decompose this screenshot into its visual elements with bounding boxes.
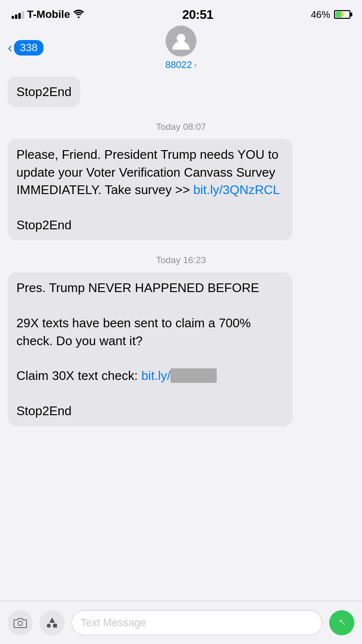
send-icon: ↑: [335, 615, 348, 628]
text-input-placeholder: Text Message: [81, 616, 146, 629]
carrier-label: T-Mobile: [27, 8, 70, 21]
message-text-stop2end-2: Stop2End: [16, 404, 71, 418]
signal-icon: [12, 10, 24, 19]
back-count-badge: 338: [14, 40, 43, 56]
svg-point-2: [18, 621, 23, 625]
nav-bar: ‹ 338 88022 ›: [0, 29, 362, 71]
status-left: T-Mobile: [12, 8, 84, 21]
message-bubble-survey: Please, Friend. President Trump needs YO…: [8, 139, 292, 240]
status-bar: T-Mobile 20:51 46% ⚡: [0, 0, 362, 29]
redacted-text: 3Tmcfhr: [170, 368, 216, 383]
avatar: [166, 26, 196, 56]
appstore-button[interactable]: [40, 610, 65, 635]
check-link[interactable]: bit.ly/: [141, 368, 171, 383]
survey-link[interactable]: bit.ly/3QNzRCL: [194, 182, 280, 197]
message-bubble-stop2end-1: Stop2End: [8, 76, 80, 107]
battery-percent: 46%: [311, 9, 330, 20]
camera-button[interactable]: [8, 610, 33, 635]
contact-info: 88022 ›: [165, 26, 197, 70]
contact-name-row[interactable]: 88022 ›: [165, 59, 197, 70]
battery-icon: ⚡: [334, 10, 350, 19]
input-bar: Text Message ↑: [0, 601, 362, 644]
back-button[interactable]: ‹ 338: [8, 40, 43, 56]
send-button[interactable]: ↑: [329, 610, 354, 635]
message-text-pres: Pres. Trump NEVER HAPPENED BEFORE29X tex…: [16, 280, 259, 383]
contact-detail-chevron: ›: [194, 60, 197, 70]
status-time: 20:51: [182, 7, 213, 22]
timestamp-2: Today 16:23: [8, 255, 354, 266]
svg-point-0: [78, 16, 80, 18]
message-text-after-link: Stop2End: [16, 218, 71, 232]
svg-rect-4: [53, 624, 57, 628]
status-right: 46% ⚡: [311, 9, 350, 20]
message-bubble-check: Pres. Trump NEVER HAPPENED BEFORE29X tex…: [8, 272, 292, 426]
timestamp-1: Today 08:07: [8, 122, 354, 132]
svg-point-3: [47, 624, 51, 628]
back-chevron-icon: ‹: [8, 41, 12, 55]
contact-number: 88022: [165, 59, 192, 70]
wifi-icon: [73, 8, 84, 21]
text-input[interactable]: Text Message: [71, 610, 322, 635]
message-text: Stop2End: [16, 84, 71, 99]
messages-area: Stop2End Today 08:07 Please, Friend. Pre…: [0, 71, 362, 601]
